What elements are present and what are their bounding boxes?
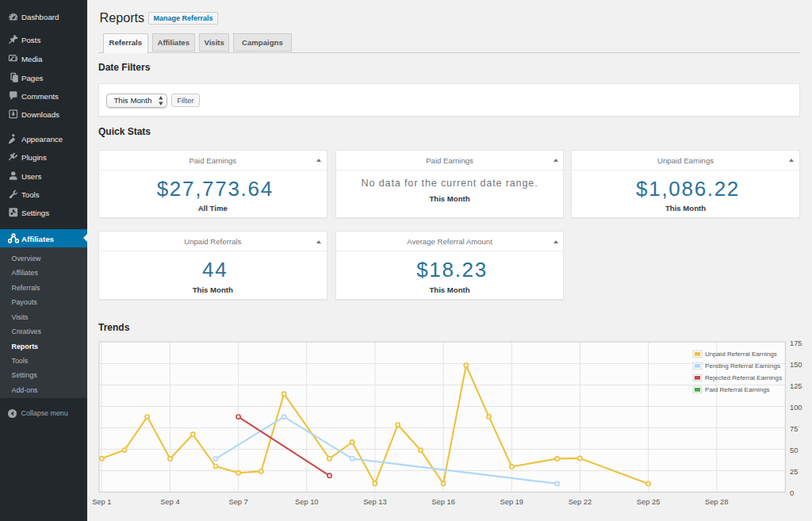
svg-text:Pending Referral Earnings: Pending Referral Earnings: [705, 362, 780, 370]
svg-text:0: 0: [790, 489, 794, 497]
svg-text:125: 125: [790, 382, 802, 390]
svg-text:25: 25: [790, 468, 798, 476]
svg-text:Sep 22: Sep 22: [569, 498, 592, 506]
svg-text:175: 175: [790, 339, 802, 347]
svg-text:Sep 4: Sep 4: [160, 498, 179, 506]
svg-text:75: 75: [790, 425, 798, 433]
svg-text:Sep 1: Sep 1: [92, 498, 111, 506]
svg-text:Sep 7: Sep 7: [228, 498, 247, 506]
svg-text:Paid Referral Earnings: Paid Referral Earnings: [705, 386, 769, 393]
svg-text:Sep 13: Sep 13: [363, 498, 386, 506]
svg-text:Unpaid Referral Earnings: Unpaid Referral Earnings: [705, 351, 777, 358]
svg-text:Sep 19: Sep 19: [500, 498, 523, 506]
svg-text:Rejected Referral Earnings: Rejected Referral Earnings: [705, 374, 782, 381]
svg-text:Sep 25: Sep 25: [637, 498, 660, 506]
svg-text:50: 50: [790, 446, 798, 454]
svg-text:Sep 28: Sep 28: [705, 498, 728, 506]
svg-text:Sep 16: Sep 16: [431, 498, 454, 506]
svg-text:150: 150: [790, 361, 802, 369]
svg-text:100: 100: [790, 404, 802, 412]
svg-text:Sep 10: Sep 10: [295, 498, 318, 506]
